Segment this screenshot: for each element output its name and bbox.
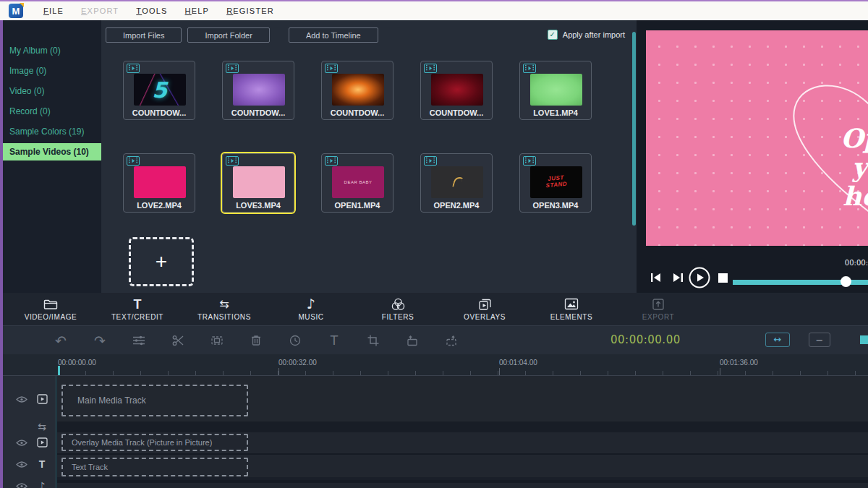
add-to-timeline-button[interactable]: Add to Timeline	[289, 27, 378, 43]
menu-file[interactable]: FILE	[35, 1, 72, 20]
clip-open1[interactable]: DEAR BABY OPEN1.MP4	[321, 153, 393, 213]
timeline-ruler[interactable]: 00:00:00.00 00:00:32.00 00:01:04.00 00:0…	[3, 354, 868, 376]
overlay-track-visibility-toggle[interactable]	[14, 435, 29, 450]
tab-text-credit[interactable]: T TEXT/CREDIT	[94, 293, 181, 325]
clip-countdown-1[interactable]: 5 COUNTDOW...	[123, 61, 195, 120]
asset-tab-bar: VIDEO/IMAGE T TEXT/CREDIT ⇆ TRANSITIONS …	[3, 293, 868, 325]
ruler-label-0: 00:00:00.00	[58, 359, 96, 367]
tab-label: MUSIC	[298, 313, 323, 321]
redo-button[interactable]: ↷	[87, 326, 113, 354]
clip-name: OPEN1.MP4	[322, 201, 393, 210]
delete-button[interactable]	[243, 326, 269, 354]
text-icon: T	[134, 297, 142, 311]
thumbnail-text: 5	[152, 77, 167, 103]
trash-icon	[250, 334, 263, 347]
clip-thumbnail: DEAR BABY	[332, 166, 384, 198]
apply-after-import-checkbox[interactable]: ✓ Apply after import	[548, 30, 625, 40]
video-clip-icon	[127, 156, 140, 166]
clip-name: OPEN3.MP4	[520, 201, 591, 210]
preview-progress-knob[interactable]	[841, 276, 851, 287]
power-tool-b-button[interactable]	[438, 326, 464, 354]
clip-love1[interactable]: LOVE1.MP4	[519, 61, 592, 120]
power-tool-a-button[interactable]	[399, 326, 425, 354]
clip-love2[interactable]: LOVE2.MP4	[123, 153, 195, 213]
undo-button[interactable]: ↶	[48, 326, 74, 354]
playhead[interactable]	[58, 366, 60, 375]
clip-open3[interactable]: JUST STAND OPEN3.MP4	[519, 153, 592, 213]
menu-register-rest: EGISTER	[233, 7, 274, 15]
clip-open2[interactable]: OPEN2.MP4	[420, 153, 493, 213]
import-folder-button[interactable]: Import Folder	[187, 27, 269, 43]
menu-file-underline: F	[43, 7, 49, 15]
menu-export[interactable]: EXPORT	[72, 1, 127, 20]
crop-button[interactable]	[360, 326, 386, 354]
media-actions-row: Import Files Import Folder Add to Timeli…	[106, 27, 384, 43]
music-track-visibility-toggle[interactable]	[14, 479, 29, 488]
transition-lane[interactable]	[57, 421, 868, 432]
tab-elements[interactable]: ELEMENTS	[528, 293, 615, 325]
music-track-type-icon: ♪	[35, 479, 49, 488]
play-button[interactable]	[689, 267, 710, 288]
sidebar-item-video[interactable]: Video (0)	[3, 82, 101, 100]
clip-thumbnail	[233, 74, 285, 106]
add-text-button[interactable]: T	[321, 326, 347, 354]
clip-thumbnail: 5	[134, 74, 186, 106]
next-frame-button[interactable]	[668, 268, 687, 287]
adjust-button[interactable]	[126, 326, 152, 354]
menu-tools-underline: T	[136, 7, 142, 15]
main-track-visibility-toggle[interactable]	[14, 392, 29, 406]
text-track-lane[interactable]: Text Track	[57, 453, 868, 477]
zoom-out-button[interactable]: −	[809, 333, 830, 347]
video-clip-icon	[325, 156, 338, 166]
heart-text-line3: heart	[843, 181, 868, 211]
transition-slot-icon: ⇆	[35, 419, 49, 434]
film-frame-icon	[210, 334, 224, 347]
import-media-drop-tile[interactable]: +	[129, 237, 194, 286]
sidebar-item-my-album[interactable]: My Album (0)	[3, 42, 101, 59]
sidebar-item-image[interactable]: Image (0)	[3, 62, 101, 80]
export-icon	[652, 298, 665, 311]
playback-controls	[637, 264, 868, 293]
thumbnail-text: DEAR BABY	[344, 180, 373, 184]
music-track-lane[interactable]	[57, 480, 868, 488]
clip-love3-selected[interactable]: LOVE3.MP4	[222, 153, 294, 213]
split-button[interactable]	[165, 326, 191, 354]
duration-button[interactable]	[282, 326, 308, 354]
clip-countdown-2[interactable]: COUNTDOW...	[222, 61, 294, 120]
stop-button[interactable]	[713, 268, 732, 287]
tab-overlays[interactable]: OVERLAYS	[441, 293, 528, 325]
clip-thumbnail	[530, 74, 582, 106]
tab-video-image[interactable]: VIDEO/IMAGE	[7, 293, 94, 325]
menu-tools[interactable]: TOOLS	[127, 1, 176, 20]
menu-export-underline: E	[81, 7, 88, 15]
main-track-label: Main Media Track	[63, 395, 146, 406]
library-sidebar: My Album (0) Image (0) Video (0) Record …	[3, 20, 101, 293]
sidebar-item-sample-colors[interactable]: Sample Colors (19)	[3, 123, 101, 140]
media-scrollbar[interactable]	[632, 32, 636, 226]
tab-filters[interactable]: FILTERS	[354, 293, 441, 325]
import-files-button[interactable]: Import Files	[106, 27, 182, 43]
clip-countdown-4[interactable]: COUNTDOW...	[420, 61, 493, 120]
tab-music[interactable]: ♪ MUSIC	[268, 293, 354, 325]
clip-name: LOVE1.MP4	[520, 108, 591, 117]
sidebar-item-record[interactable]: Record (0)	[3, 103, 101, 120]
detach-frame-button[interactable]	[204, 326, 230, 354]
folder-icon	[43, 298, 58, 310]
clip-name: COUNTDOW...	[421, 108, 492, 117]
main-media-track-lane[interactable]: Main Media Track	[57, 376, 868, 421]
zoom-slider-handle[interactable]	[860, 335, 868, 344]
tab-label: OVERLAYS	[464, 313, 506, 321]
menu-register[interactable]: REGISTER	[218, 1, 283, 20]
menu-bar: M FILE EXPORT TOOLS HELP REGISTER	[0, 1, 868, 20]
menu-help[interactable]: HELP	[176, 1, 218, 20]
overlay-track-lane[interactable]: Overlay Media Track (Picture in Picture)	[57, 432, 868, 453]
zoom-fit-button[interactable]: ↔	[765, 333, 790, 347]
music-icon: ♪	[307, 297, 315, 311]
tab-transitions[interactable]: ⇆ TRANSITIONS	[181, 293, 268, 325]
text-track-visibility-toggle[interactable]	[14, 457, 29, 471]
video-clip-icon	[226, 156, 239, 166]
clip-countdown-3[interactable]: COUNTDOW...	[321, 61, 393, 120]
tab-export[interactable]: EXPORT	[615, 293, 702, 325]
previous-frame-button[interactable]	[647, 268, 665, 287]
sidebar-item-sample-videos[interactable]: Sample Videos (10)	[3, 143, 101, 160]
